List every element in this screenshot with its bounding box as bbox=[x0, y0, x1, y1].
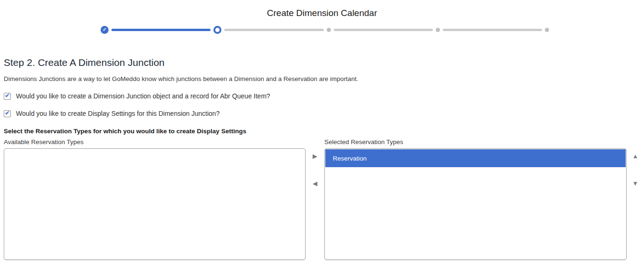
move-left-button[interactable]: ◀ bbox=[313, 180, 317, 187]
selected-reservation-types-list[interactable]: Reservation bbox=[324, 148, 627, 260]
stepper-segment bbox=[334, 29, 433, 31]
available-list-label: Available Reservation Types bbox=[4, 138, 306, 146]
selected-column: Selected Reservation Types Reservation bbox=[324, 138, 627, 260]
create-dimension-junction-checkbox[interactable]: ✔ bbox=[4, 93, 11, 100]
checkbox-row-display-settings: ✔ Would you like to create Display Setti… bbox=[4, 110, 644, 117]
available-column: Available Reservation Types bbox=[4, 138, 306, 260]
selected-list-label: Selected Reservation Types bbox=[324, 138, 627, 146]
step-description: Dimensions Junctions are a way to let Go… bbox=[4, 75, 644, 82]
move-right-button[interactable]: ▶ bbox=[313, 153, 317, 160]
stepper: ✓ bbox=[101, 24, 549, 35]
checkbox-label: Would you like to create a Dimension Jun… bbox=[16, 92, 270, 100]
stepper-segment bbox=[111, 29, 211, 31]
check-icon: ✔ bbox=[5, 110, 9, 116]
move-up-button[interactable]: ▲ bbox=[632, 153, 638, 160]
available-reservation-types-list[interactable] bbox=[4, 148, 306, 260]
step-2-indicator-current bbox=[213, 26, 221, 34]
move-down-button[interactable]: ▼ bbox=[632, 180, 638, 187]
create-display-settings-checkbox[interactable]: ✔ bbox=[4, 110, 11, 117]
step-check-icon: ✓ bbox=[102, 27, 106, 32]
checkbox-label: Would you like to create Display Setting… bbox=[16, 110, 220, 117]
down-arrow-icon: ▼ bbox=[632, 180, 638, 187]
step-1-indicator-completed: ✓ bbox=[101, 26, 109, 34]
picker-instruction: Select the Reservation Types for which y… bbox=[4, 128, 644, 135]
wizard-title: Create Dimension Calendar bbox=[0, 0, 644, 19]
right-arrow-icon: ▶ bbox=[313, 153, 317, 160]
left-arrow-icon: ◀ bbox=[313, 180, 317, 187]
stepper-segment bbox=[443, 29, 542, 31]
checkbox-row-dimension-junction: ✔ Would you like to create a Dimension J… bbox=[4, 92, 644, 100]
check-icon: ✔ bbox=[5, 93, 9, 98]
step-4-indicator-upcoming bbox=[436, 28, 440, 32]
step-heading: Step 2. Create A Dimension Junction bbox=[4, 57, 644, 69]
reorder-controls: ▲ ▼ bbox=[627, 138, 644, 260]
reservation-type-picker: Available Reservation Types ▶ ◀ Selected… bbox=[0, 138, 644, 260]
stepper-segment bbox=[224, 29, 323, 31]
up-arrow-icon: ▲ bbox=[632, 153, 638, 160]
move-controls: ▶ ◀ bbox=[306, 138, 324, 260]
list-item[interactable]: Reservation bbox=[325, 149, 626, 167]
step-3-indicator-upcoming bbox=[327, 28, 331, 32]
step-5-indicator-upcoming bbox=[545, 28, 549, 32]
